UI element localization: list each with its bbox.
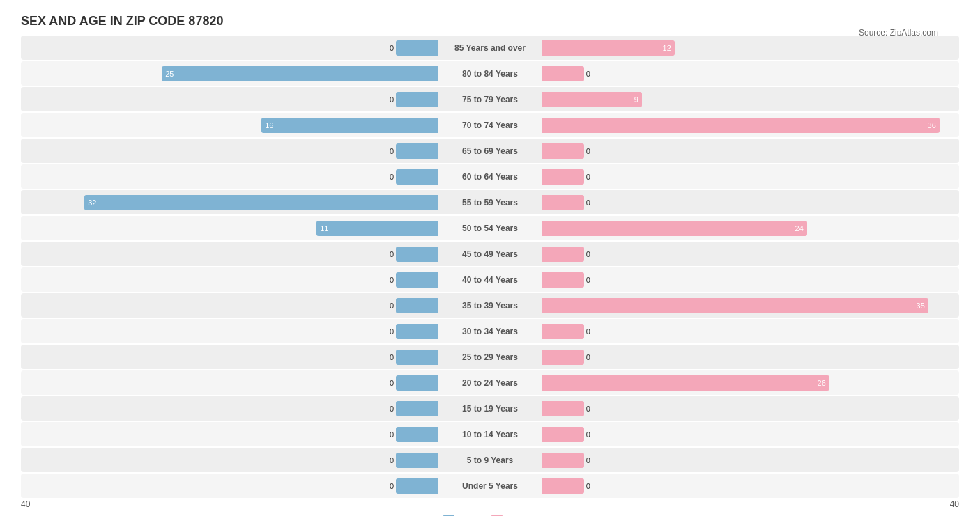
age-group-label: 10 to 14 Years [438,430,542,439]
bar-row: 065 to 69 Years0 [21,139,959,163]
age-group-label: 55 to 59 Years [438,198,542,208]
bar-row: 2580 to 84 Years0 [21,61,959,86]
chart-title: SEX AND AGE IN ZIP CODE 87820 [21,14,959,29]
age-group-label: 60 to 64 Years [438,172,542,182]
male-bar-section: 0 [21,401,438,416]
axis-right: 40 [950,499,959,509]
male-bar-section: 0 [21,169,438,185]
bar-row: 045 to 49 Years0 [21,242,959,266]
age-group-label: 80 to 84 Years [438,69,542,79]
male-bar-section: 0 [21,350,438,365]
age-group-label: 65 to 69 Years [438,146,542,156]
bar-row: 0Under 5 Years0 [21,474,959,498]
male-bar-section: 11 [21,221,438,236]
male-bar-section: 0 [21,375,438,391]
age-group-label: 20 to 24 Years [438,378,542,388]
age-group-label: Under 5 Years [438,481,542,491]
male-bar-section: 32 [21,195,438,210]
bar-row: 3255 to 59 Years0 [21,190,959,214]
bar-row: 075 to 79 Years9 [21,87,959,111]
age-group-label: 75 to 79 Years [438,95,542,104]
bar-row: 035 to 39 Years35 [21,293,959,318]
male-bar-section: 0 [21,92,438,107]
bar-row: 025 to 29 Years0 [21,345,959,369]
male-bar-section: 0 [21,478,438,494]
axis-labels: 40 40 [21,499,959,509]
axis-left: 40 [21,499,30,509]
age-group-label: 25 to 29 Years [438,352,542,362]
bar-row: 1670 to 74 Years36 [21,113,959,137]
age-group-label: 35 to 39 Years [438,301,542,311]
age-group-label: 50 to 54 Years [438,224,542,233]
male-bar-section: 0 [21,298,438,313]
bar-row: 030 to 34 Years0 [21,319,959,343]
bar-row: 05 to 9 Years0 [21,448,959,472]
bar-row: 085 Years and over12 [21,36,959,60]
male-bar-section: 16 [21,118,438,133]
age-group-label: 40 to 44 Years [438,275,542,285]
age-group-label: 15 to 19 Years [438,404,542,414]
male-bar-section: 0 [21,427,438,442]
age-group-label: 45 to 49 Years [438,249,542,259]
male-bar-section: 0 [21,453,438,468]
bar-row: 015 to 19 Years0 [21,396,959,421]
bar-row: 010 to 14 Years0 [21,422,959,446]
bar-row: 1150 to 54 Years24 [21,216,959,240]
chart-area: 085 Years and over122580 to 84 Years0075… [21,36,959,498]
male-bar-section: 0 [21,143,438,159]
male-bar-section: 25 [21,66,438,81]
age-group-label: 85 Years and over [438,43,542,53]
bar-row: 020 to 24 Years26 [21,370,959,395]
bar-row: 060 to 64 Years0 [21,164,959,189]
male-bar-section: 0 [21,247,438,262]
age-group-label: 70 to 74 Years [438,120,542,130]
male-bar-section: 0 [21,324,438,339]
age-group-label: 30 to 34 Years [438,327,542,336]
age-group-label: 5 to 9 Years [438,455,542,465]
male-bar-section: 0 [21,272,438,288]
bar-row: 040 to 44 Years0 [21,267,959,292]
male-bar-section: 0 [21,40,438,56]
